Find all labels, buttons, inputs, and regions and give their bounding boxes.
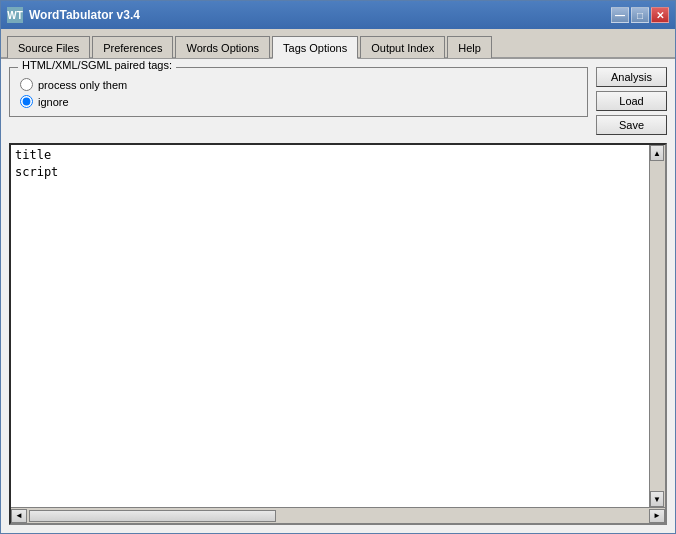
horizontal-scrollbar[interactable]: ◄ ►: [11, 507, 665, 523]
scroll-left-button[interactable]: ◄: [11, 509, 27, 523]
app-icon: WT: [7, 7, 23, 23]
tab-words-options[interactable]: Words Options: [175, 36, 270, 58]
tab-tags-options[interactable]: Tags Options: [272, 36, 358, 59]
radio-group: process only them ignore: [20, 78, 577, 108]
tags-list[interactable]: title script: [11, 145, 649, 507]
button-group: Analysis Load Save: [596, 67, 667, 135]
minimize-button[interactable]: —: [611, 7, 629, 23]
top-section: HTML/XML/SGML paired tags: process only …: [9, 67, 667, 135]
vertical-scrollbar[interactable]: ▲ ▼: [649, 145, 665, 507]
list-with-scrollbar: title script ▲ ▼: [11, 145, 665, 507]
window-title: WordTabulator v3.4: [29, 8, 611, 22]
radio-ignore-input[interactable]: [20, 95, 33, 108]
radio-process-only-input[interactable]: [20, 78, 33, 91]
h-scroll-thumb[interactable]: [29, 510, 276, 522]
window-controls: — □ ✕: [611, 7, 669, 23]
save-button[interactable]: Save: [596, 115, 667, 135]
tags-group-box: HTML/XML/SGML paired tags: process only …: [9, 67, 588, 117]
analysis-button[interactable]: Analysis: [596, 67, 667, 87]
radio-process-only-label: process only them: [38, 79, 127, 91]
tab-output-index[interactable]: Output Index: [360, 36, 445, 58]
title-bar: WT WordTabulator v3.4 — □ ✕: [1, 1, 675, 29]
scroll-up-button[interactable]: ▲: [650, 145, 664, 161]
scroll-track[interactable]: [650, 161, 665, 491]
close-button[interactable]: ✕: [651, 7, 669, 23]
tab-source-files[interactable]: Source Files: [7, 36, 90, 58]
h-scroll-track[interactable]: [29, 510, 647, 522]
content-area: HTML/XML/SGML paired tags: process only …: [1, 59, 675, 533]
scroll-down-button[interactable]: ▼: [650, 491, 664, 507]
scroll-right-button[interactable]: ►: [649, 509, 665, 523]
load-button[interactable]: Load: [596, 91, 667, 111]
list-item: script: [15, 164, 645, 181]
list-item: title: [15, 147, 645, 164]
tab-bar: Source Files Preferences Words Options T…: [1, 29, 675, 59]
radio-process-only[interactable]: process only them: [20, 78, 577, 91]
maximize-button[interactable]: □: [631, 7, 649, 23]
tab-preferences[interactable]: Preferences: [92, 36, 173, 58]
radio-ignore[interactable]: ignore: [20, 95, 577, 108]
main-window: WT WordTabulator v3.4 — □ ✕ Source Files…: [0, 0, 676, 534]
group-box-legend: HTML/XML/SGML paired tags:: [18, 59, 176, 71]
tags-list-container: title script ▲ ▼ ◄ ►: [9, 143, 667, 525]
tab-help[interactable]: Help: [447, 36, 492, 58]
radio-ignore-label: ignore: [38, 96, 69, 108]
